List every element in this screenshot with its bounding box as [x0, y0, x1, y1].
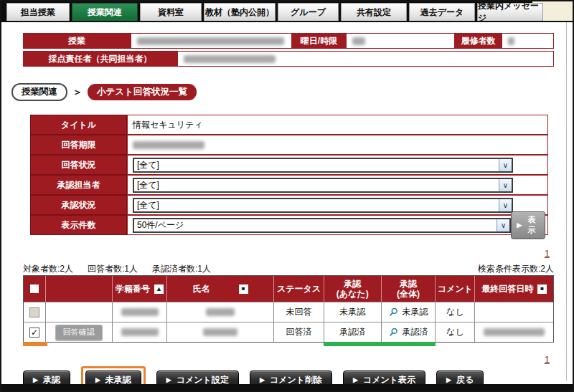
- redacted-class-name: [137, 37, 284, 45]
- green-underline-bar: [324, 342, 382, 346]
- row2-action-cell: 回答確認: [45, 322, 112, 342]
- stat-filtered: 検索条件表示数:2人: [478, 263, 554, 275]
- redacted-name: [206, 308, 235, 316]
- per-page-select[interactable]: 50件/ページ ∨: [133, 218, 511, 233]
- comment-header: コメント: [435, 276, 474, 302]
- orange-highlight-bar: [23, 342, 47, 346]
- approval-status-select[interactable]: [全て] ∨: [133, 198, 513, 213]
- chevron-down-icon[interactable]: ∨: [499, 159, 512, 171]
- row1-last-answer-cell: [474, 302, 553, 322]
- tab-assigned-classes[interactable]: 担当授業: [6, 3, 70, 21]
- breadcrumb-parent[interactable]: 授業関連: [11, 83, 67, 101]
- action-column-header: [45, 276, 112, 302]
- row1-student-id-cell: [112, 302, 167, 322]
- check-answer-button[interactable]: 回答確認: [55, 325, 103, 340]
- tab-class-messages[interactable]: 授業内メッセージ: [477, 3, 543, 21]
- redacted-last-answer: [484, 328, 545, 336]
- select-all-checkbox[interactable]: [30, 285, 39, 293]
- page-link-bottom[interactable]: 1: [545, 354, 550, 365]
- per-page-cell: 50件/ページ ∨ ▶ 表示: [127, 215, 548, 235]
- answer-status-selected: [全て]: [137, 159, 159, 171]
- row1-action-cell: [45, 302, 112, 322]
- approver-selected: [全て]: [137, 179, 159, 191]
- stat-targets: 対象者数:2人: [23, 263, 73, 275]
- approval-status-label: 承認状況: [30, 195, 127, 215]
- enrolled-value: [502, 33, 554, 49]
- chevron-down-icon[interactable]: ∨: [499, 179, 512, 191]
- quiz-filter-form: タイトル 情報セキュリティ 回答期限 回答状況 [全て] ∨ 承認担当者 [全て…: [30, 115, 548, 235]
- last-answer-header-label: 最終回答日時: [481, 284, 533, 294]
- row2-comment-cell: なし: [435, 322, 474, 342]
- enrolled-label: 履修者数: [455, 33, 502, 49]
- page-link-top[interactable]: 1: [545, 248, 550, 259]
- approval-you-line2: (あなた): [337, 289, 369, 299]
- per-page-label: 表示件数: [30, 215, 127, 235]
- tab-library[interactable]: 資料室: [140, 3, 202, 21]
- approval-status-selected: [全て]: [137, 199, 159, 211]
- response-status-table: 学籍番号 ▲ 氏名 ■ ステータス 承認 (あなた) 承認 (全体) コメント: [23, 275, 554, 343]
- row2-last-answer-cell: [474, 322, 553, 342]
- class-label: 授業: [23, 33, 131, 49]
- per-page-selected: 50件/ページ: [137, 219, 184, 231]
- window-bottom-bar: [1, 384, 573, 391]
- row2-approval-you-label: 承認済: [339, 326, 365, 338]
- row2-checkbox-cell: ✓: [24, 322, 45, 342]
- row-checkbox-checked[interactable]: ✓: [29, 328, 39, 338]
- row-checkbox-disabled: [29, 307, 39, 317]
- approver-label: 承認担当者: [30, 175, 127, 195]
- answer-status-cell: [全て] ∨: [127, 155, 548, 175]
- redacted-student-id: [121, 308, 159, 316]
- row1-name-cell: [166, 302, 273, 322]
- show-button[interactable]: ▶ 表示: [511, 211, 545, 239]
- approval-all-line1: 承認: [400, 279, 417, 289]
- chevron-down-icon[interactable]: ∨: [497, 219, 509, 231]
- content-frame-line: [566, 22, 567, 381]
- green-underline-bar: [381, 342, 436, 346]
- main-tab-bar: 担当授業 授業関連 資料室 教材（塾内公開） グループ 共有設定 過去データ 授…: [1, 1, 573, 22]
- row1-approval-all-cell: 未承認: [381, 302, 436, 322]
- row2-approval-all-cell: 承認済: [381, 322, 436, 342]
- approval-you-line1: 承認: [344, 279, 361, 289]
- answer-status-select[interactable]: [全て] ∨: [133, 158, 513, 173]
- row1-checkbox-cell: [24, 302, 45, 322]
- tab-shared-settings[interactable]: 共有設定: [341, 3, 407, 21]
- chevron-down-icon[interactable]: ∨: [499, 199, 512, 211]
- answer-status-label: 回答状況: [30, 155, 127, 175]
- magnifier-icon[interactable]: [389, 307, 398, 317]
- magnifier-icon[interactable]: [389, 328, 398, 337]
- redacted-enrolled: [508, 37, 514, 45]
- redacted-deadline: [133, 141, 204, 149]
- row1-approval-you-cell: 未承認: [324, 302, 381, 322]
- deadline-label: 回答期限: [30, 135, 127, 155]
- row2-status-cell: 回答済: [273, 322, 324, 342]
- tab-class-related[interactable]: 授業関連: [72, 3, 138, 21]
- status-header: ステータス: [273, 276, 324, 302]
- breadcrumb: 授業関連 ＞ 小テスト回答状況一覧: [11, 83, 197, 101]
- table-header-row: 学籍番号 ▲ 氏名 ■ ステータス 承認 (あなた) 承認 (全体) コメント: [24, 276, 553, 302]
- select-all-header: [24, 276, 45, 302]
- arrow-icon: ▶: [260, 377, 265, 383]
- arrow-icon: ▶: [446, 377, 451, 383]
- row2-name-cell: [166, 322, 273, 342]
- stats-bar: 対象者数:2人 回答者数:1人 承認済者数:1人 検索条件表示数:2人: [23, 263, 554, 275]
- course-info-table: 授業 曜日/時限 履修者数 採点責任者（共同担当者）: [23, 33, 554, 69]
- day-period-value: [346, 33, 455, 49]
- row1-comment-cell: なし: [435, 302, 474, 322]
- redacted-student-id: [121, 328, 159, 336]
- day-period-label: 曜日/時限: [292, 33, 346, 49]
- redacted-name: [203, 328, 237, 336]
- row2-approval-all-label: 承認済: [403, 326, 428, 338]
- class-value: [131, 33, 292, 49]
- stat-approved: 承認済者数:1人: [152, 263, 211, 275]
- tab-past-data[interactable]: 過去データ: [409, 3, 475, 21]
- row2-student-id-cell: [112, 322, 167, 342]
- row1-approval-all-label: 未承認: [403, 306, 428, 318]
- tab-group[interactable]: グループ: [278, 3, 339, 21]
- sort-icon[interactable]: ■: [239, 285, 248, 294]
- table-row: ✓ 回答確認 回答済 承認済 承認済 なし: [24, 322, 553, 342]
- approver-select[interactable]: [全て] ∨: [133, 178, 513, 193]
- tab-materials[interactable]: 教材（塾内公開）: [204, 3, 276, 21]
- sort-asc-icon[interactable]: ▲: [154, 285, 164, 294]
- sort-icon[interactable]: ■: [537, 285, 547, 294]
- arrow-icon: ▶: [166, 377, 171, 383]
